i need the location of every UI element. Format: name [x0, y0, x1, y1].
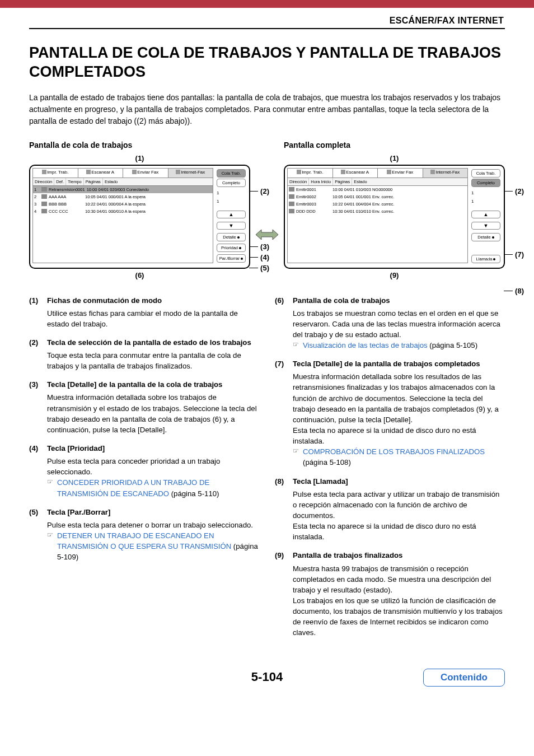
link-row: ☞Visualización de las teclas de trabajos… — [275, 340, 505, 351]
detail-button[interactable]: Detalle — [471, 233, 500, 241]
contents-button[interactable]: Contenido — [423, 669, 505, 687]
desc-item-body: Muestra información detallada sobre los … — [29, 392, 259, 435]
right-panel-caption: Pantalla completa — [284, 141, 505, 150]
desc-item-head: (1)Fichas de conmutación de modo — [29, 295, 259, 306]
scroll-up-button[interactable]: ▲ — [471, 211, 500, 218]
doc-link[interactable]: Visualización de las teclas de trabajos — [303, 341, 428, 349]
tab-scan[interactable]: Escanear A — [78, 169, 124, 178]
top-red-bar — [0, 0, 534, 8]
device-panel-right: Impr. Trab. Escanear A Enviar Fax Intern… — [284, 165, 505, 269]
queue-toggle-button[interactable]: Cola Trab. — [217, 169, 246, 178]
pointer-icon: ☞ — [47, 477, 55, 487]
job-rows: 1 Retransmisión0001 10:00 04/01 020/003 … — [32, 186, 213, 263]
desc-item-body: Pulse esta tecla para detener o borrar u… — [29, 520, 259, 530]
desc-item: (4)Tecla [Prioridad]Pulse esta tecla par… — [29, 443, 259, 499]
link-row: ☞CONCEDER PRIORIDAD A UN TRABAJO DE TRAN… — [29, 477, 259, 498]
doc-icon — [289, 202, 294, 206]
desc-item: (6)Pantalla de cola de trabajosLos traba… — [275, 295, 505, 351]
doc-icon — [289, 194, 294, 199]
desc-item: (3)Tecla [Detalle] de la pantalla de la … — [29, 379, 259, 435]
tab-print[interactable]: Impr. Trab. — [288, 169, 333, 178]
doc-link[interactable]: DETENER UN TRABAJO DE ESCANEADO EN TRANS… — [57, 531, 231, 550]
desc-item-head: (9)Pantalla de trabajos finalizados — [275, 550, 505, 561]
job-row[interactable]: 3 BBB BBB 10:22 04/01 000/004 A la esper… — [33, 200, 213, 208]
doc-link[interactable]: COMPROBACIÓN DE LOS TRABAJOS FINALIZADOS — [303, 447, 485, 456]
callout-9-bottom: (9) — [284, 271, 505, 279]
callout-6-bottom: (6) — [29, 271, 250, 279]
priority-button[interactable]: Prioridad — [217, 244, 246, 252]
desc-item: (7)Tecla [Detalle] de la pantalla de tra… — [275, 358, 505, 468]
link-row: ☞COMPROBACIÓN DE LOS TRABAJOS FINALIZADO… — [275, 446, 505, 468]
tab-internet-fax[interactable]: Internet-Fax — [423, 169, 468, 178]
mail-icon — [289, 209, 294, 213]
tab-fax[interactable]: Enviar Fax — [378, 169, 423, 178]
mail-icon — [41, 194, 47, 199]
callouts-right-left-panel: (2) (3) (4) (5) — [249, 187, 269, 272]
doc-icon — [289, 187, 294, 192]
pointer-icon: ☞ — [47, 530, 55, 540]
pointer-icon: ☞ — [293, 340, 301, 349]
desc-item: (5)Tecla [Par./Borrar]Pulse esta tecla p… — [29, 507, 259, 563]
intro-paragraph: La pantalla de estado de trabajos tiene … — [29, 92, 505, 127]
desc-item: (2)Tecla de selección de la pantalla de … — [29, 337, 259, 371]
job-rows: Emitir0001 10:00 04/01 010/003 NG000000 … — [287, 186, 468, 263]
scroll-down-button[interactable]: ▼ — [471, 222, 500, 230]
job-row[interactable]: 4 CCC CCC 10:30 04/01 000/010 A la esper… — [33, 208, 213, 215]
job-row[interactable]: Emitir0001 10:00 04/01 010/003 NG000000 — [288, 186, 467, 193]
desc-item-head: (8)Tecla [Llamada] — [275, 476, 505, 487]
job-row[interactable]: Emitir0003 10:22 04/01 004/004 Env. corr… — [288, 200, 467, 208]
desc-item-head: (2)Tecla de selección de la pantalla de … — [29, 337, 259, 348]
callouts-right-right-panel: (2) (7) (8) — [504, 187, 524, 295]
pointer-icon: ☞ — [293, 446, 301, 456]
desc-item-body: Muestra información detallada sobre los … — [275, 371, 505, 446]
mode-tabs: Impr. Trab. Escanear A Enviar Fax Intern… — [287, 168, 468, 178]
link-row: ☞DETENER UN TRABAJO DE ESCANEADO EN TRAN… — [29, 530, 259, 562]
call-button[interactable]: Llamada — [471, 255, 500, 263]
desc-item-body: Toque esta tecla para conmutar entre la … — [29, 350, 259, 371]
callout-1-top-left: (1) — [29, 154, 250, 162]
job-icon — [41, 187, 47, 192]
device-panel-left: Impr. Trab. Escanear A Enviar Fax Intern… — [29, 165, 250, 269]
tab-scan[interactable]: Escanear A — [333, 169, 378, 178]
column-header: Dirección Hora Inicio Páginas Estado — [287, 178, 468, 186]
desc-item-body: Muestra hasta 99 trabajos de transmisión… — [275, 563, 505, 638]
desc-item: (8)Tecla [Llamada]Pulse esta tecla para … — [275, 476, 505, 543]
desc-item-head: (6)Pantalla de cola de trabajos — [275, 295, 505, 306]
complete-toggle-button[interactable]: Completo — [471, 179, 500, 187]
detail-button[interactable]: Detalle — [217, 233, 246, 241]
job-row[interactable]: 1 Retransmisión0001 10:00 04/01 020/003 … — [33, 186, 213, 193]
page-number: 5-104 — [251, 670, 283, 684]
job-row[interactable]: Emitir0002 10:05 04/01 001/001 Env. corr… — [288, 193, 467, 200]
desc-item-head: (4)Tecla [Prioridad] — [29, 443, 259, 454]
tab-print[interactable]: Impr. Trab. — [33, 169, 78, 178]
stop-delete-button[interactable]: Par./Borrar — [217, 254, 246, 263]
page-title: PANTALLA DE COLA DE TRABAJOS Y PANTALLA … — [29, 44, 505, 82]
desc-col-right: (6)Pantalla de cola de trabajosLos traba… — [275, 295, 505, 646]
desc-item-body: Pulse esta tecla para conceder prioridad… — [29, 456, 259, 477]
desc-item-body: Utilice estas fichas para cambiar el mod… — [29, 308, 259, 329]
left-panel-caption: Pantalla de cola de trabajos — [29, 141, 250, 150]
callout-1-top-right: (1) — [284, 154, 505, 162]
desc-item: (1)Fichas de conmutación de modoUtilice … — [29, 295, 259, 329]
mode-tabs: Impr. Trab. Escanear A Enviar Fax Intern… — [32, 168, 213, 178]
mail-icon — [41, 202, 47, 206]
desc-item-body: Pulse esta tecla para activar y utilizar… — [275, 489, 505, 543]
tab-fax[interactable]: Enviar Fax — [123, 169, 168, 178]
desc-item-body: Los trabajos se muestran como teclas en … — [275, 308, 505, 340]
scroll-down-button[interactable]: ▼ — [217, 222, 246, 230]
queue-toggle-button[interactable]: Cola Trab. — [471, 169, 500, 178]
section-label: ESCÁNER/FAX INTERNET — [29, 16, 505, 26]
desc-item-head: (5)Tecla [Par./Borrar] — [29, 507, 259, 517]
complete-toggle-button[interactable]: Completo — [217, 179, 246, 187]
header-divider — [29, 28, 505, 29]
job-row[interactable]: 2 AAA AAA 10:05 04/01 000/001 A la esper… — [33, 193, 213, 200]
desc-col-left: (1)Fichas de conmutación de modoUtilice … — [29, 295, 259, 646]
scroll-up-button[interactable]: ▲ — [217, 211, 246, 218]
column-header: Dirección Def. Tiempo Páginas Estado — [32, 178, 213, 186]
job-row[interactable]: DDD DDD 10:30 04/01 010/010 Env. correc. — [288, 208, 467, 215]
desc-item-head: (7)Tecla [Detalle] de la pantalla de tra… — [275, 358, 505, 369]
desc-item-head: (3)Tecla [Detalle] de la pantalla de la … — [29, 379, 259, 390]
mail-icon — [41, 209, 47, 213]
desc-item: (9)Pantalla de trabajos finalizadosMuest… — [275, 550, 505, 638]
tab-internet-fax[interactable]: Internet-Fax — [168, 169, 213, 178]
